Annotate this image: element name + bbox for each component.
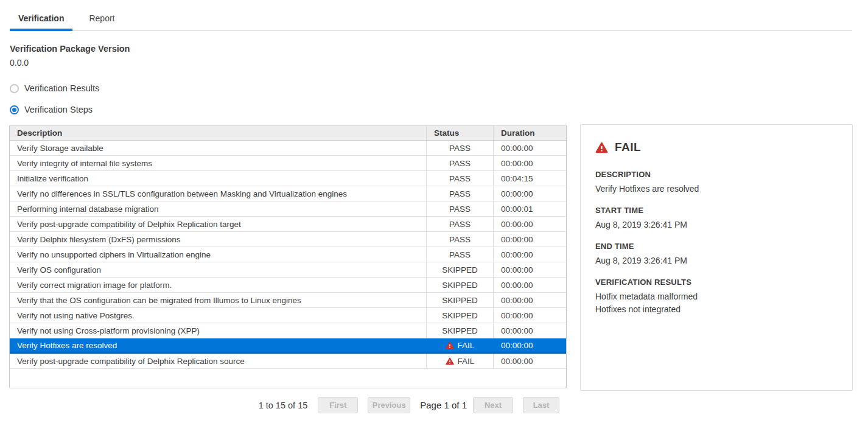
step-duration: 00:00:00	[493, 308, 566, 323]
table-row[interactable]: Verify OS configurationSKIPPED00:00:00	[10, 262, 566, 278]
step-duration: 00:00:00	[493, 278, 566, 292]
table-row[interactable]: Verify no differences in SSL/TLS configu…	[10, 186, 566, 201]
step-status: PASS	[426, 217, 493, 231]
step-status-text: SKIPPED	[442, 296, 478, 305]
step-duration: 00:00:00	[493, 293, 566, 307]
tab-verification[interactable]: Verification	[10, 9, 72, 31]
detail-status-text: FAIL	[615, 141, 641, 154]
column-header-duration: Duration	[493, 125, 566, 140]
steps-table-column: DescriptionStatusDurationVerify Storage …	[9, 125, 567, 413]
step-status-text: PASS	[449, 250, 471, 259]
step-status-text: PASS	[449, 159, 471, 168]
table-row[interactable]: Verify not using Cross-platform provisio…	[10, 323, 566, 338]
detail-section-label: DESCRIPTION	[595, 170, 838, 179]
step-duration: 00:00:00	[493, 323, 566, 338]
detail-section-value: Verify Hotfixes are resolved	[595, 183, 838, 195]
next-page-button[interactable]: Next	[473, 397, 513, 413]
step-status: PASS	[426, 171, 493, 186]
step-status-text: SKIPPED	[442, 311, 478, 320]
table-row[interactable]: Verify not using native Postgres.SKIPPED…	[10, 308, 566, 323]
detail-section-description: DESCRIPTIONVerify Hotfixes are resolved	[595, 170, 838, 195]
step-status-text: SKIPPED	[442, 265, 478, 275]
step-duration: 00:04:15	[493, 171, 566, 186]
view-options-radio-group: Verification ResultsVerification Steps	[10, 82, 868, 116]
table-row[interactable]: Performing internal database migrationPA…	[10, 201, 566, 217]
step-description: Verify not using native Postgres.	[10, 308, 426, 323]
detail-section-label: END TIME	[595, 242, 838, 251]
tab-bar: VerificationReport	[10, 9, 852, 31]
step-status: SKIPPED	[426, 323, 493, 338]
detail-section-value: Hotfixes not integrated	[595, 303, 838, 316]
detail-status-header: FAIL	[595, 141, 838, 154]
table-row[interactable]: Verify correct migration image for platf…	[10, 278, 566, 293]
step-status-text: FAIL	[458, 357, 475, 366]
table-header-row: DescriptionStatusDuration	[10, 125, 566, 141]
tab-report[interactable]: Report	[72, 9, 131, 31]
radio-option-verification-steps[interactable]: Verification Steps	[10, 103, 868, 116]
table-row[interactable]: Verify post-upgrade compatibility of Del…	[10, 217, 566, 232]
fail-warning-icon	[595, 142, 608, 153]
step-detail-panel: FAIL DESCRIPTIONVerify Hotfixes are reso…	[580, 124, 853, 391]
table-row[interactable]: Verify no unsupported ciphers in Virtual…	[10, 247, 566, 262]
detail-section-value: Aug 8, 2019 3:26:41 PM	[595, 219, 838, 231]
package-version-value: 0.0.0	[10, 58, 868, 68]
detail-section-start-time: START TIMEAug 8, 2019 3:26:41 PM	[595, 206, 838, 231]
radio-selected-icon[interactable]	[10, 105, 19, 114]
step-status-text: FAIL	[458, 341, 475, 350]
table-row[interactable]: Initialize verificationPASS00:04:15	[10, 171, 566, 186]
table-row[interactable]: Verify integrity of internal file system…	[10, 156, 566, 171]
pagination-page-text: Page 1 of 1	[420, 400, 467, 410]
step-description: Verify integrity of internal file system…	[10, 156, 426, 170]
step-description: Verify no unsupported ciphers in Virtual…	[10, 247, 426, 262]
step-description: Initialize verification	[10, 171, 426, 186]
step-description: Verify not using Cross-platform provisio…	[10, 323, 426, 338]
step-duration: 00:00:00	[493, 141, 566, 155]
step-status-text: PASS	[449, 174, 471, 183]
first-page-button[interactable]: First	[318, 397, 358, 413]
pagination-bar: 1 to 15 of 15 First Previous Page 1 of 1…	[9, 397, 567, 413]
step-description: Verify that the OS configuration can be …	[10, 293, 426, 307]
step-description: Verify post-upgrade compatibility of Del…	[10, 217, 426, 231]
step-description: Verify no differences in SSL/TLS configu…	[10, 186, 426, 201]
step-duration: 00:00:00	[493, 186, 566, 201]
step-status: PASS	[426, 232, 493, 247]
step-status-text: PASS	[449, 235, 471, 244]
radio-option-verification-results[interactable]: Verification Results	[10, 82, 868, 94]
table-row[interactable]: Verify Delphix filesystem (DxFS) permiss…	[10, 232, 566, 247]
step-status: SKIPPED	[426, 308, 493, 323]
step-status: PASS	[426, 186, 493, 201]
step-status: PASS	[426, 247, 493, 262]
previous-page-button[interactable]: Previous	[368, 397, 410, 413]
detail-section-label: VERIFICATION RESULTS	[595, 278, 838, 287]
detail-section-label: START TIME	[595, 206, 838, 215]
step-status: PASS	[426, 156, 493, 170]
step-duration: 00:00:00	[493, 156, 566, 170]
last-page-button[interactable]: Last	[523, 397, 559, 413]
step-description: Verify correct migration image for platf…	[10, 278, 426, 292]
radio-dot	[12, 108, 16, 112]
step-description: Verify Hotfixes are resolved	[10, 338, 426, 352]
step-duration: 00:00:01	[493, 201, 566, 216]
step-duration: 00:00:00	[493, 247, 566, 262]
detail-section-end-time: END TIMEAug 8, 2019 3:26:41 PM	[595, 242, 838, 267]
table-row[interactable]: Verify Storage availablePASS00:00:00	[10, 141, 566, 156]
step-status-text: SKIPPED	[442, 326, 478, 335]
step-status: SKIPPED	[426, 278, 493, 292]
step-status: SKIPPED	[426, 293, 493, 307]
step-description: Verify OS configuration	[10, 262, 426, 277]
step-status: SKIPPED	[426, 262, 493, 277]
main-area: DescriptionStatusDurationVerify Storage …	[9, 125, 868, 413]
step-status: PASS	[426, 141, 493, 155]
table-row[interactable]: Verify post-upgrade compatibility of Del…	[10, 354, 566, 369]
step-status-text: PASS	[449, 144, 471, 153]
table-row[interactable]: Verify Hotfixes are resolvedFAIL00:00:00	[10, 338, 566, 354]
detail-section-value: Hotfix metadata malformed	[595, 290, 838, 303]
step-duration: 00:00:00	[493, 262, 566, 277]
radio-option-label: Verification Steps	[24, 105, 93, 114]
step-description: Performing internal database migration	[10, 201, 426, 216]
step-duration: 00:00:00	[493, 217, 566, 231]
column-header-status: Status	[426, 125, 493, 140]
table-row[interactable]: Verify that the OS configuration can be …	[10, 293, 566, 308]
step-status-text: PASS	[449, 220, 471, 229]
radio-unselected-icon[interactable]	[10, 84, 19, 93]
